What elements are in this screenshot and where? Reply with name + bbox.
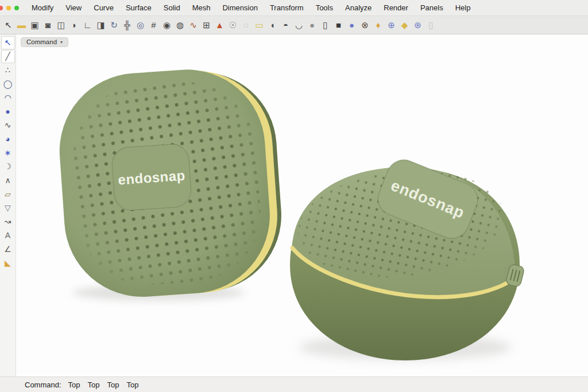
sidebar-icon-polyline-tool[interactable]: ∧	[1, 174, 15, 187]
menu-item[interactable]: Analyze	[345, 3, 372, 12]
sidebar-icon-arc-tool[interactable]: ◠	[1, 91, 15, 104]
window-control-zoom[interactable]	[14, 6, 19, 10]
toolbar-icon-flow-surface[interactable]: ◨	[94, 17, 107, 34]
sidebar-icon-box-tool[interactable]: ▱	[1, 188, 15, 201]
menu-item[interactable]: Panels	[420, 3, 443, 12]
toolbar-icon-render-tool[interactable]: ◆	[398, 17, 411, 34]
toolbar-icon-move-tool[interactable]: ▲	[213, 17, 226, 34]
menu-item[interactable]: Transform	[270, 3, 304, 12]
sidebar-icon-star-tool[interactable]: ∗	[1, 146, 15, 160]
toolbar-icon-rotate-view[interactable]: ↻	[107, 17, 121, 34]
toolbar-icon-wire-globe[interactable]: ⊕	[385, 17, 398, 34]
toolbar-icon-earth-globe[interactable]: ⊛	[411, 17, 424, 34]
statusbar: Command: TopTopTopTop	[0, 377, 588, 392]
command-history-item: Top	[107, 381, 119, 389]
sidebar-icon-curve-tool[interactable]: ●	[1, 105, 15, 118]
sidebar-icon-dimension-tool[interactable]: ∠	[1, 243, 15, 256]
product-left[interactable]: endosnap	[55, 64, 287, 302]
toolbar-icon-gumball-axis[interactable]: #	[147, 17, 160, 34]
toolbar-icon-copy-surface[interactable]: ◫	[55, 17, 68, 34]
toolbar-icon-bowl-surface[interactable]: ◡	[292, 17, 305, 34]
window-control-close[interactable]	[0, 6, 3, 10]
menu-item[interactable]: Help	[455, 3, 471, 12]
menu-item[interactable]: Curve	[94, 3, 114, 12]
product-right[interactable]: endosnap	[290, 155, 525, 360]
command-history-item: Top	[126, 381, 138, 389]
chevron-down-icon: ▾	[60, 40, 63, 45]
toolbar-icon-sphere-solid[interactable]: ●	[345, 17, 358, 34]
menubar: ModifyViewCurveSurfaceSolidMeshDimension…	[0, 0, 588, 16]
toolbar-icon-extrude-shape[interactable]: ◗	[68, 17, 81, 34]
sidebar-icon-cone-tool[interactable]: ▽	[1, 201, 15, 215]
menu-items: ModifyViewCurveSurfaceSolidMeshDimension…	[32, 3, 470, 12]
sidebar-icon-circle-tool[interactable]: ◯	[1, 77, 15, 91]
menu-item[interactable]: Mesh	[192, 3, 211, 12]
sidebar-icon-line-tool[interactable]: ╱	[1, 50, 15, 63]
menu-item[interactable]: Tools	[316, 3, 333, 12]
sidebar-icon-surface-tool[interactable]: ◕	[1, 133, 15, 146]
command-history: TopTopTopTop	[68, 381, 139, 389]
sidebar-icon-freeform-curve-tool[interactable]: ∿	[1, 119, 15, 132]
toolbar-icon-lock-objects[interactable]: ◙	[41, 17, 55, 34]
sidebar-icon-hatch-tool[interactable]: ◣	[1, 257, 15, 270]
command-prompt-label: Command:	[25, 381, 61, 389]
sidebar-icon-crescent-tool[interactable]: ☽	[1, 160, 15, 173]
toolbar-icon-ghost-sphere[interactable]: ◌	[239, 17, 253, 34]
toolbar-icon-materials-panel[interactable]: ▯	[424, 17, 438, 34]
toolbar-icon-zoom-extents[interactable]: ◉	[160, 17, 173, 34]
toolbar-icon-cylinder-tool[interactable]: ▭	[253, 17, 266, 34]
toolbar-icon-torus-tool[interactable]: ◖	[266, 17, 279, 34]
toolbar-icon-cplane-tool[interactable]: ∟	[81, 17, 94, 34]
toolbar-icon-cube-solid[interactable]: ■	[332, 17, 345, 34]
workspace: ↖╱∴◯◠●∿◕∗☽∧▱▽↝A∠◣ Command ▾	[0, 34, 588, 377]
toolbar-icon-rebuild-curve[interactable]: ∿	[187, 17, 200, 34]
side-toolbar: ↖╱∴◯◠●∿◕∗☽∧▱▽↝A∠◣	[0, 34, 16, 377]
toolbar-icon-open-folder[interactable]: ▬	[15, 17, 28, 34]
toolbar-icon-paint-tool[interactable]: ♦	[372, 17, 385, 34]
menu-item[interactable]: Solid	[164, 3, 180, 12]
viewport-canvas[interactable]: Command ▾	[16, 34, 588, 377]
toolbar-icon-save-file[interactable]: ▣	[28, 17, 41, 34]
toolbar-icon-vase-tool[interactable]: ◓	[279, 17, 292, 34]
command-history-item: Top	[68, 381, 80, 389]
sidebar-icon-point-tool[interactable]: ∴	[1, 64, 15, 77]
sidebar-icon-annotate-text-tool[interactable]: A	[1, 229, 15, 242]
menu-item[interactable]: View	[65, 3, 82, 12]
command-dropdown-label: Command	[26, 38, 57, 45]
toolbar-icon-pan-view[interactable]: ╬	[121, 17, 134, 34]
toolbar-icon-panel-tool[interactable]: ▯	[319, 17, 332, 34]
toolbar-icon-ellipsoid-tool[interactable]: ●	[305, 17, 319, 34]
main-toolbar: ↖▬▣◙◫◗∟◨↻╬◎#◉◍∿⊞▲☉◌▭◖◓◡●▯■●⊗♦⊕◆⊛▯	[0, 16, 588, 34]
toolbar-icon-viewport-layout[interactable]: ⊞	[200, 17, 213, 34]
sidebar-icon-select-cursor[interactable]: ↖	[1, 36, 15, 49]
render-scene: endosnap endosnap	[16, 34, 588, 377]
menu-item[interactable]: Dimension	[222, 3, 257, 12]
window-control-minimize[interactable]	[6, 6, 11, 10]
menu-item[interactable]: Render	[384, 3, 408, 12]
toolbar-icon-select-arrow[interactable]: ↖	[2, 17, 15, 34]
toolbar-icon-point-light[interactable]: ☉	[226, 17, 239, 34]
menu-item[interactable]: Surface	[126, 3, 152, 12]
toolbar-icon-zoom-selected[interactable]: ◍	[173, 17, 187, 34]
toolbar-icon-zoom-lens[interactable]: ◎	[134, 17, 147, 34]
window-controls	[0, 6, 19, 10]
command-history-item: Top	[88, 381, 100, 389]
command-dropdown[interactable]: Command ▾	[21, 37, 68, 47]
toolbar-icon-analyze-tool[interactable]: ⊗	[358, 17, 372, 34]
sidebar-icon-handle-curve-tool[interactable]: ↝	[1, 215, 15, 228]
menu-item[interactable]: Modify	[32, 3, 53, 12]
